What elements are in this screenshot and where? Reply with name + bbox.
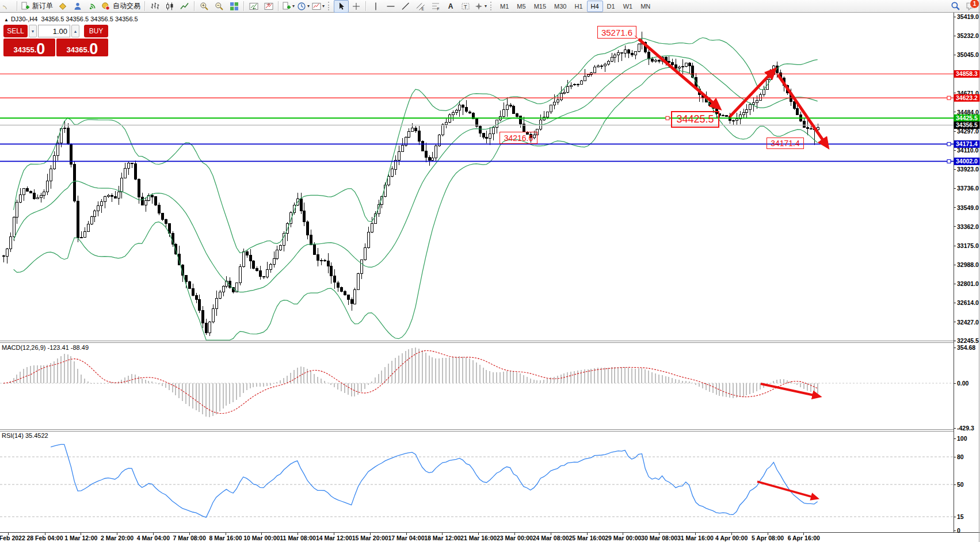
volume-increase-button[interactable]: ▲ [71, 25, 79, 37]
axis-tick-label: 0 [957, 527, 960, 534]
axis-tick-label: 33549.0 [957, 204, 979, 211]
line-handle[interactable] [666, 116, 669, 120]
macd-indicator-label: MACD(12,26,9) -123.41 -88.49 [2, 344, 89, 351]
buy-price[interactable]: 34365.0 [56, 39, 108, 56]
axis-tick-label: 50 [957, 481, 964, 488]
bollinger-band-line [14, 67, 818, 340]
axis-tick-label: -429.3 [957, 425, 974, 432]
price-annotation[interactable]: 35271.6 [597, 26, 636, 39]
rsi-indicator-label: RSI(14) 35.4522 [2, 432, 48, 439]
time-axis-label: 25 Feb 2022 [0, 535, 25, 541]
time-axis-label: 4 Apr 00:00 [715, 535, 748, 541]
line-handle[interactable] [947, 159, 951, 163]
rsi-line [51, 444, 817, 517]
sell-price-small: 34355. [14, 46, 37, 54]
time-axis-label: 25 Mar 16:00 [569, 535, 605, 541]
axis-tick-label: 80 [957, 453, 964, 460]
one-click-trading-panel: SELL ▼ ▲ BUY 34355.0 34365.0 [3, 25, 108, 56]
candles [2, 32, 819, 336]
axis-tick-label: 32427.0 [957, 319, 979, 326]
time-axis-label: 31 Mar 16:00 [677, 535, 714, 541]
axis-tick-label: 0.00 [957, 380, 969, 387]
price-badge-label: 34425.5 [956, 114, 978, 121]
time-axis-label: 11 Mar 08:00 [280, 535, 316, 541]
price-annotation[interactable]: 34216.6 [499, 132, 537, 144]
price-annotation[interactable]: 34171.4 [767, 138, 804, 149]
trend-arrow[interactable] [730, 70, 775, 117]
axis-tick-label: 35045.0 [957, 51, 979, 58]
buy-price-big: 0 [89, 43, 98, 56]
line-handle[interactable] [947, 142, 951, 146]
symbol-line: ▲DJ30-,H4 34356.5 34356.5 34356.5 34356.… [4, 16, 138, 22]
buy-button[interactable]: BUY [84, 25, 108, 37]
axis-tick-label: 33362.0 [957, 223, 979, 230]
price-badge-label: 34623.2 [956, 94, 978, 101]
trend-arrow[interactable] [778, 75, 828, 147]
axis-tick-label: 354.68 [957, 344, 975, 351]
time-axis-label: 18 Mar 12:00 [424, 535, 460, 541]
time-axis-label: 24 Mar 08:00 [533, 535, 569, 541]
axis-tick-label: 35419.0 [957, 13, 979, 20]
time-axis-label: 1 Mar 12:00 [64, 535, 97, 541]
price-annotation[interactable]: 34425.5 [671, 111, 719, 128]
price-badge-label: 34356.5 [956, 121, 978, 128]
volume-input[interactable] [38, 25, 70, 37]
collapse-arrow-icon[interactable]: ▲ [4, 17, 9, 22]
price-badge-label: 34171.4 [956, 140, 978, 147]
time-axis-label: 29 Mar 00:00 [605, 535, 641, 541]
chart-plot-area[interactable]: 35419.035232.035045.034671.034484.034297… [0, 0, 980, 542]
ohlc-values: 34356.5 34356.5 34356.5 34356.5 [41, 16, 138, 22]
price-badge-label: 34858.3 [956, 70, 978, 77]
time-axis-label: 4 Mar 04:00 [137, 535, 170, 541]
time-axis-label: 30 Mar 08:00 [641, 535, 677, 541]
sell-price[interactable]: 34355.0 [3, 39, 55, 56]
line-handle[interactable] [947, 96, 951, 100]
axis-tick-label: 33736.0 [957, 185, 979, 192]
macd-histogram [3, 348, 818, 417]
axis-tick-label: 100 [957, 435, 967, 442]
axis-tick-label: 32614.0 [957, 299, 979, 306]
time-axis-label: 28 Feb 04:00 [26, 535, 63, 541]
time-axis-label: 21 Mar 16:00 [460, 535, 497, 541]
time-axis-label: 15 Mar 20:00 [352, 535, 388, 541]
symbol-name: DJ30-,H4 [11, 16, 37, 22]
axis-tick-label: 15 [957, 513, 964, 520]
trend-arrow[interactable] [757, 482, 817, 498]
macd-signal-line [3, 350, 818, 413]
buy-price-small: 34365. [67, 46, 90, 54]
axis-tick-label: 33923.0 [957, 166, 979, 173]
time-axis-label: 7 Mar 08:00 [173, 535, 206, 541]
sell-button[interactable]: SELL [3, 25, 28, 37]
time-axis-label: 10 Mar 00:00 [243, 535, 280, 541]
time-axis-label: 5 Apr 08:00 [752, 535, 784, 541]
time-axis-label: 14 Mar 12:00 [316, 535, 352, 541]
metatrader-window: 新订单自动交易▾▾▾EFAT▾M1M5M15M30H1H4D1W1MN1 354… [0, 0, 980, 542]
axis-tick-label: 33175.0 [957, 242, 979, 249]
axis-tick-label: 32245.5 [957, 337, 979, 344]
time-axis-label: 23 Mar 00:00 [497, 535, 533, 541]
price-badge-label: 34002.0 [956, 158, 978, 165]
axis-tick-label: 32988.0 [957, 261, 979, 268]
time-axis-label: 2 Mar 20:00 [101, 535, 134, 541]
sell-price-big: 0 [36, 43, 45, 56]
time-axis-label: 17 Mar 04:00 [388, 535, 424, 541]
bollinger-band-line [14, 38, 818, 253]
time-axis-label: 6 Apr 16:00 [788, 535, 820, 541]
volume-decrease-button[interactable]: ▼ [29, 25, 37, 37]
time-axis-label: 8 Mar 16:00 [209, 535, 242, 541]
axis-tick-label: 32801.0 [957, 280, 979, 287]
axis-tick-label: 35232.0 [957, 32, 979, 39]
